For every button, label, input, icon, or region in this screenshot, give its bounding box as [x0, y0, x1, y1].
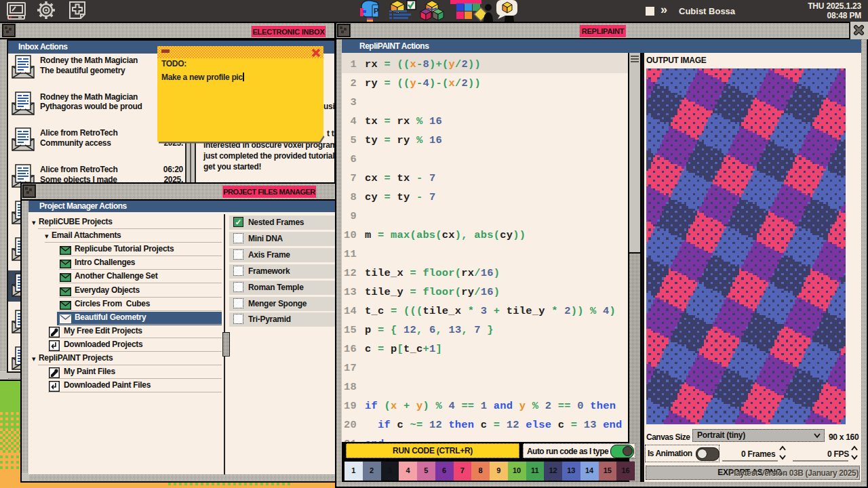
svg-text:P: P — [374, 7, 378, 15]
